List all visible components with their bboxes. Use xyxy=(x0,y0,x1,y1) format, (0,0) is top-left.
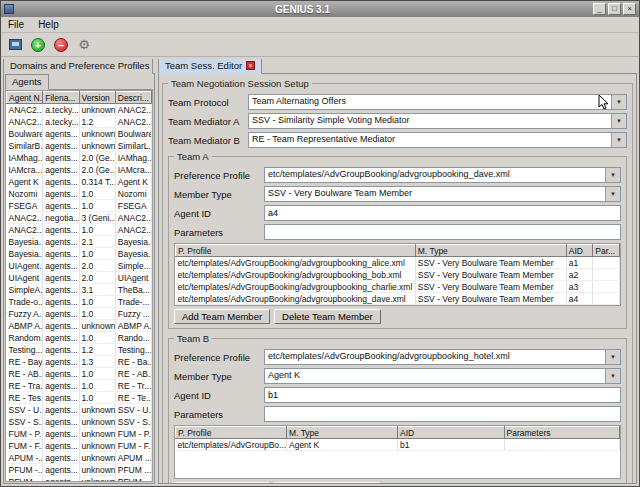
start-button[interactable]: + xyxy=(28,35,48,55)
tab-close-icon[interactable]: × xyxy=(246,61,255,70)
settings-button[interactable]: ⚙ xyxy=(74,35,94,55)
column-header[interactable]: Descri... xyxy=(115,92,151,104)
column-header[interactable]: Version xyxy=(79,92,115,104)
column-header[interactable]: Parameters xyxy=(504,427,619,439)
table-cell: RE - AB... xyxy=(115,368,151,380)
table-row[interactable]: SSV - S...agents...unknownSSV - S... xyxy=(7,416,152,428)
table-row[interactable]: PFUM -...agents...unknownPFUM ... xyxy=(7,464,152,476)
team-a-members-table[interactable]: P. ProfileM. TypeAIDPar... etc/templates… xyxy=(174,243,621,306)
table-row[interactable]: Random...agents...1.0Rando... xyxy=(7,332,152,344)
team-a-add-member-button[interactable]: Add Team Member xyxy=(174,309,270,324)
team-b-delete-member-button[interactable]: Delete Team Member xyxy=(274,482,381,484)
title-bar[interactable]: GENIUS 3.1 _ □ × xyxy=(1,1,639,17)
combo-value: etc/templates/AdvGroupBooking/advgroupbo… xyxy=(265,168,605,182)
column-header[interactable]: AID xyxy=(566,245,593,257)
chevron-down-icon[interactable]: ▼ xyxy=(611,133,626,147)
table-row[interactable]: UIAgentagents...2.0UIAgent xyxy=(7,272,152,284)
table-row[interactable]: etc/templates/AdvGroupBooking/advgroupbo… xyxy=(176,281,620,293)
table-row[interactable]: Trade-o...agents...1.0Trade-... xyxy=(7,296,152,308)
table-cell: negotia... xyxy=(43,212,79,224)
maximize-button[interactable]: □ xyxy=(608,3,621,15)
table-cell: Bayesia... xyxy=(7,236,43,248)
agents-table[interactable]: Agent N...Filena...VersionDescri... ANAC… xyxy=(5,90,153,482)
team-b-preference-profile-combo[interactable]: etc/templates/AdvGroupBooking/advgroupbo… xyxy=(264,349,621,365)
table-cell: SSV - U... xyxy=(7,404,43,416)
table-row[interactable]: RE - Bay...agents...1.3RE - Ba... xyxy=(7,356,152,368)
tab-domains-profiles[interactable]: Domains and Preference Profiles xyxy=(3,59,153,74)
menu-file[interactable]: File xyxy=(1,18,31,31)
team-a-member-type-combo[interactable]: SSV - Very Boulware Team Member ▼ xyxy=(264,186,621,202)
column-header[interactable]: Filena... xyxy=(43,92,79,104)
menu-bar: File Help xyxy=(1,17,639,33)
stop-button[interactable]: – xyxy=(51,35,71,55)
team-b-members-table[interactable]: P. ProfileM. TypeAIDParameters etc/templ… xyxy=(174,425,621,479)
column-header[interactable]: M. Type xyxy=(415,245,566,257)
chevron-down-icon[interactable]: ▼ xyxy=(611,114,626,128)
team-a-agent-id-field[interactable] xyxy=(264,205,621,221)
team-b-member-type-combo[interactable]: Agent K ▼ xyxy=(264,368,621,384)
close-button[interactable]: × xyxy=(623,3,636,15)
table-row[interactable]: FUM - P...agents...unknownFUM - P... xyxy=(7,428,152,440)
team-a-delete-member-button[interactable]: Delete Team Member xyxy=(274,309,381,324)
table-row[interactable]: FUM - F...agents...unknownFUM - F... xyxy=(7,440,152,452)
table-row[interactable]: Agent Kagents...0.314 T...Agent K xyxy=(7,176,152,188)
table-row[interactable]: etc/templates/AdvGroupBo...Agent Kb1 xyxy=(176,439,620,451)
table-row[interactable]: APUM -...agents...unknownAPUM ... xyxy=(7,452,152,464)
table-row[interactable]: Nozomiagents...1.0Nozomi xyxy=(7,188,152,200)
table-row[interactable]: etc/templates/AdvGroupBooking/advgroupbo… xyxy=(176,257,620,269)
table-row[interactable]: SimilarB...agents...unknownSimilarL... xyxy=(7,140,152,152)
table-row[interactable]: FSEGAagents...1.0FSEGA xyxy=(7,200,152,212)
table-row[interactable]: ANAC2...agents...1.0ANAC2... xyxy=(7,224,152,236)
member-type-label: Member Type xyxy=(174,189,264,200)
table-row[interactable]: ANAC2...negotia...3 (Geni...ANAC2... xyxy=(7,212,152,224)
chevron-down-icon[interactable]: ▼ xyxy=(605,187,620,201)
table-cell: Nozomi xyxy=(115,188,151,200)
team-b-add-member-button[interactable]: Add Team Member xyxy=(174,482,270,484)
team-a-preference-profile-combo[interactable]: etc/templates/AdvGroupBooking/advgroupbo… xyxy=(264,167,621,183)
table-row[interactable]: Fuzzy A...agents...1.0Fuzzy ... xyxy=(7,308,152,320)
chevron-down-icon[interactable]: ▼ xyxy=(605,168,620,182)
column-header[interactable]: Agent N... xyxy=(7,92,43,104)
agent-id-label: Agent ID xyxy=(174,390,264,401)
table-row[interactable]: Bayesia...agents...2.1Bayesia... xyxy=(7,236,152,248)
chevron-down-icon[interactable]: ▼ xyxy=(605,369,620,383)
column-header[interactable]: AID xyxy=(398,427,505,439)
column-header[interactable]: M. Type xyxy=(287,427,398,439)
table-row[interactable]: Bayesia...agents...1.0Bayesia... xyxy=(7,248,152,260)
table-cell: agents... xyxy=(43,452,79,464)
domain-button[interactable] xyxy=(5,35,25,55)
table-row[interactable]: Boulwareagents...unknownBoulware xyxy=(7,128,152,140)
team-a-parameters-field[interactable] xyxy=(264,224,621,240)
table-row[interactable]: etc/templates/AdvGroupBooking/advgroupbo… xyxy=(176,269,620,281)
team-b-agent-id-field[interactable] xyxy=(264,387,621,403)
table-row[interactable]: PFUM -...agents...unknownPFUM ... xyxy=(7,476,152,483)
tab-agents[interactable]: Agents xyxy=(5,74,49,90)
table-row[interactable]: IAMcra...agents...2.0 (Ge...IAMcra... xyxy=(7,164,152,176)
table-row[interactable]: ABMP A...agents...unknownABMP A... xyxy=(7,320,152,332)
column-header[interactable]: Par... xyxy=(593,245,620,257)
tab-team-session-editor[interactable]: Team Sess. Editor × xyxy=(158,59,262,74)
table-row[interactable]: SSV - U...agents...unknownSSV - U... xyxy=(7,404,152,416)
table-cell: agents... xyxy=(43,464,79,476)
table-row[interactable]: SimpleA...agents...3.1TheBa... xyxy=(7,284,152,296)
table-cell: a.tecky... xyxy=(43,104,79,116)
table-row[interactable]: RE - AB...agents...1.0RE - AB... xyxy=(7,368,152,380)
table-row[interactable]: Testing...agents...1.2Testing... xyxy=(7,344,152,356)
team-mediator-a-combo[interactable]: SSV - Similarity Simple Voting Mediator … xyxy=(248,113,627,129)
team-mediator-b-combo[interactable]: RE - Team Representative Mediator ▼ xyxy=(248,132,627,148)
team-b-parameters-field[interactable] xyxy=(264,406,621,422)
chevron-down-icon[interactable]: ▼ xyxy=(611,95,626,109)
table-row[interactable]: etc/templates/AdvGroupBooking/advgroupbo… xyxy=(176,293,620,305)
table-row[interactable]: ANAC2...a.tecky...unknownANAC2... xyxy=(7,104,152,116)
minimize-button[interactable]: _ xyxy=(593,3,606,15)
column-header[interactable]: P. Profile xyxy=(176,427,287,439)
table-row[interactable]: UIAgent...agents...2.0Simple... xyxy=(7,260,152,272)
table-row[interactable]: ANAC2...a.tecky...1.2ANAC2... xyxy=(7,116,152,128)
table-row[interactable]: RE - Tra...agents...1.0RE - Tr... xyxy=(7,380,152,392)
team-protocol-combo[interactable]: Team Alternating Offers ▼ xyxy=(248,94,627,110)
menu-help[interactable]: Help xyxy=(31,18,66,31)
table-row[interactable]: RE - Tes...agents...1.0RE - Te... xyxy=(7,392,152,404)
column-header[interactable]: P. Profile xyxy=(176,245,416,257)
table-row[interactable]: IAMhag...agents...2.0 (Ge...IAMhag... xyxy=(7,152,152,164)
chevron-down-icon[interactable]: ▼ xyxy=(605,350,620,364)
